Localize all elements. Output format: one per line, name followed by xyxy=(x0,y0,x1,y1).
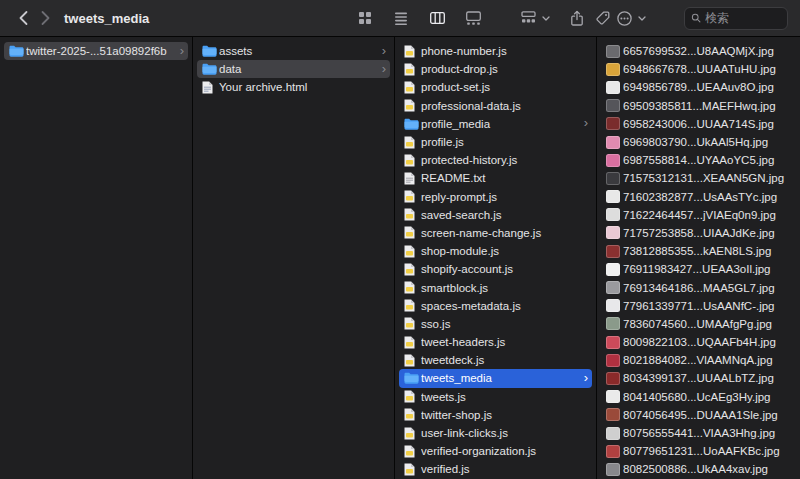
forward-button[interactable] xyxy=(34,5,56,31)
file-row-8021884082-vlaamnqa-jpg[interactable]: 8021884082...VlAAMNqA.jpg xyxy=(601,351,796,369)
file-row-smartblock-js[interactable]: smartblock.js xyxy=(399,278,592,296)
file-row-twitter-shop-js[interactable]: twitter-shop.js xyxy=(399,406,592,424)
folder-row-assets[interactable]: assets› xyxy=(197,42,390,60)
file-row-tweetdeck-js[interactable]: tweetdeck.js xyxy=(399,351,592,369)
chevron-right-icon xyxy=(40,10,51,26)
item-label: 8021884082...VlAAMNqA.jpg xyxy=(623,354,792,366)
item-label: screen-name-change.js xyxy=(421,227,588,239)
search-input[interactable] xyxy=(705,11,781,25)
folder-row-twitter-2025-51a09892f6b[interactable]: twitter-2025-...51a09892f6b› xyxy=(4,42,188,60)
tags-button[interactable] xyxy=(590,6,616,30)
file-row-saved-search-js[interactable]: saved-search.js xyxy=(399,206,592,224)
file-row-71622464457-jviaeq0n9-jpg[interactable]: 71622464457...jVIAEq0n9.jpg xyxy=(601,206,796,224)
file-row-screen-name-change-js[interactable]: screen-name-change.js xyxy=(399,224,592,242)
group-button[interactable] xyxy=(520,6,550,30)
image-thumbnail xyxy=(606,172,620,185)
file-row-your-archive-html[interactable]: Your archive.html xyxy=(197,78,390,96)
gallery-view-button[interactable] xyxy=(460,6,486,30)
item-label: sso.js xyxy=(421,318,588,330)
file-row-8074056495-duaaa1sle-jpg[interactable]: 8074056495...DUAAA1Sle.jpg xyxy=(601,406,796,424)
file-row-user-link-clicks-js[interactable]: user-link-clicks.js xyxy=(399,424,592,442)
js-file-icon xyxy=(404,463,421,476)
file-row-8082500886-ukaa4xav-jpg[interactable]: 8082500886...UkAA4xav.jpg xyxy=(601,460,796,478)
list-view-button[interactable] xyxy=(388,6,414,30)
file-row-6987558814-uyaaoyc5-jpg[interactable]: 6987558814...UYAAoYC5.jpg xyxy=(601,151,796,169)
file-row-80756555441-viaa3hhg-jpg[interactable]: 80756555441...VIAA3Hhg.jpg xyxy=(601,424,796,442)
search-field[interactable] xyxy=(684,7,788,30)
file-row-product-drop-js[interactable]: product-drop.js xyxy=(399,60,592,78)
item-label: 77961339771...UsAANfC-.jpg xyxy=(623,300,792,312)
file-row-8034399137-uuaalbtz-jpg[interactable]: 8034399137...UUAALbTZ.jpg xyxy=(601,369,796,387)
item-label: tweets_media xyxy=(421,372,580,384)
item-label: 8034399137...UUAALbTZ.jpg xyxy=(623,372,792,384)
share-button[interactable] xyxy=(564,6,590,30)
file-row-6969803790-ukaal5hq-jpg[interactable]: 6969803790...UkAAl5Hq.jpg xyxy=(601,133,796,151)
item-label: 8082500886...UkAA4xav.jpg xyxy=(623,463,792,475)
item-label: README.txt xyxy=(421,172,588,184)
folder-row-profile-media[interactable]: profile_media› xyxy=(399,115,592,133)
image-thumbnail xyxy=(606,45,620,58)
file-row-product-set-js[interactable]: product-set.js xyxy=(399,78,592,96)
folder-icon xyxy=(202,45,219,57)
folder-row-data[interactable]: data› xyxy=(197,60,390,78)
js-file-icon xyxy=(404,354,421,367)
view-mode-group xyxy=(352,6,486,30)
image-thumbnail xyxy=(606,117,620,130)
file-row-protected-history-js[interactable]: protected-history.js xyxy=(399,151,592,169)
item-label: data xyxy=(219,63,378,75)
item-label: 8041405680...UcAEg3Hy.jpg xyxy=(623,391,792,403)
file-row-phone-number-js[interactable]: phone-number.js xyxy=(399,42,592,60)
js-file-icon xyxy=(404,226,421,239)
js-file-icon xyxy=(404,208,421,221)
grid-view-icon xyxy=(357,10,373,26)
file-row-76913464186-maa5gl7-jpg[interactable]: 76913464186...MAA5GL7.jpg xyxy=(601,278,796,296)
file-row-77961339771-usaanfc-jpg[interactable]: 77961339771...UsAANfC-.jpg xyxy=(601,297,796,315)
file-row-8009822103-uqaafb4h-jpg[interactable]: 8009822103...UQAAFb4H.jpg xyxy=(601,333,796,351)
file-row-spaces-metadata-js[interactable]: spaces-metadata.js xyxy=(399,297,592,315)
item-label: 6987558814...UYAAoYC5.jpg xyxy=(623,154,792,166)
item-label: tweets.js xyxy=(421,391,588,403)
file-row-shop-module-js[interactable]: shop-module.js xyxy=(399,242,592,260)
folder-row-tweets-media[interactable]: tweets_media› xyxy=(399,369,592,387)
file-row-6958243006-uuaa714s-jpg[interactable]: 6958243006...UUAA714S.jpg xyxy=(601,115,796,133)
more-button[interactable] xyxy=(616,6,646,30)
file-row-76911983427-ueaa3oil-jpg[interactable]: 76911983427...UEAA3oIl.jpg xyxy=(601,260,796,278)
file-row-reply-prompt-js[interactable]: reply-prompt.js xyxy=(399,188,592,206)
chevron-right-icon: › xyxy=(382,62,386,77)
js-file-icon xyxy=(404,408,421,421)
file-row-6948667678-uuaatuhu-jpg[interactable]: 6948667678...UUAATuHU.jpg xyxy=(601,60,796,78)
item-label: product-drop.js xyxy=(421,63,588,75)
file-row-tweet-headers-js[interactable]: tweet-headers.js xyxy=(399,333,592,351)
file-row-7836074560-umaafgpg-jpg[interactable]: 7836074560...UMAAfgPg.jpg xyxy=(601,315,796,333)
icon-view-button[interactable] xyxy=(352,6,378,30)
file-row-71757253858-uiaajdke-jpg[interactable]: 71757253858...UIAAJdKe.jpg xyxy=(601,224,796,242)
file-row-profile-js[interactable]: profile.js xyxy=(399,133,592,151)
item-label: 80756555441...VIAA3Hhg.jpg xyxy=(623,427,792,439)
file-row-sso-js[interactable]: sso.js xyxy=(399,315,592,333)
js-file-icon xyxy=(404,263,421,276)
file-row-71602382877-usaastyc-jpg[interactable]: 71602382877...UsAAsTYc.jpg xyxy=(601,188,796,206)
file-row-69509385811-maefhwq-jpg[interactable]: 69509385811...MAEFHwq.jpg xyxy=(601,97,796,115)
item-label: smartblock.js xyxy=(421,282,588,294)
back-button[interactable] xyxy=(12,5,34,31)
column-view-button[interactable] xyxy=(424,6,450,30)
image-thumbnail xyxy=(606,208,620,221)
item-label: 6969803790...UkAAl5Hq.jpg xyxy=(623,136,792,148)
file-row-shopify-account-js[interactable]: shopify-account.js xyxy=(399,260,592,278)
file-row-80779651231-uoaafkbc-jpg[interactable]: 80779651231...UoAAFKBc.jpg xyxy=(601,442,796,460)
image-thumbnail xyxy=(606,190,620,203)
file-row-71575312131-xeaan5gn-jpg[interactable]: 71575312131...XEAAN5GN.jpg xyxy=(601,169,796,187)
item-label: saved-search.js xyxy=(421,209,588,221)
file-row-verified-js[interactable]: verified.js xyxy=(399,460,592,478)
file-row-73812885355-kaen8ls-jpg[interactable]: 73812885355...kAEN8LS.jpg xyxy=(601,242,796,260)
file-row-8041405680-ucaeg3hy-jpg[interactable]: 8041405680...UcAEg3Hy.jpg xyxy=(601,388,796,406)
gallery-view-icon xyxy=(465,10,482,26)
file-row-readme-txt[interactable]: README.txt xyxy=(399,169,592,187)
js-file-icon xyxy=(404,63,421,76)
file-row-verified-organization-js[interactable]: verified-organization.js xyxy=(399,442,592,460)
item-label: 71602382877...UsAAsTYc.jpg xyxy=(623,191,792,203)
file-row-6657699532-u8aaqmjx-jpg[interactable]: 6657699532...U8AAQMjX.jpg xyxy=(601,42,796,60)
file-row-tweets-js[interactable]: tweets.js xyxy=(399,388,592,406)
file-row-6949856789-ueaauv8o-jpg[interactable]: 6949856789...UEAAuv8O.jpg xyxy=(601,78,796,96)
file-row-professional-data-js[interactable]: professional-data.js xyxy=(399,97,592,115)
